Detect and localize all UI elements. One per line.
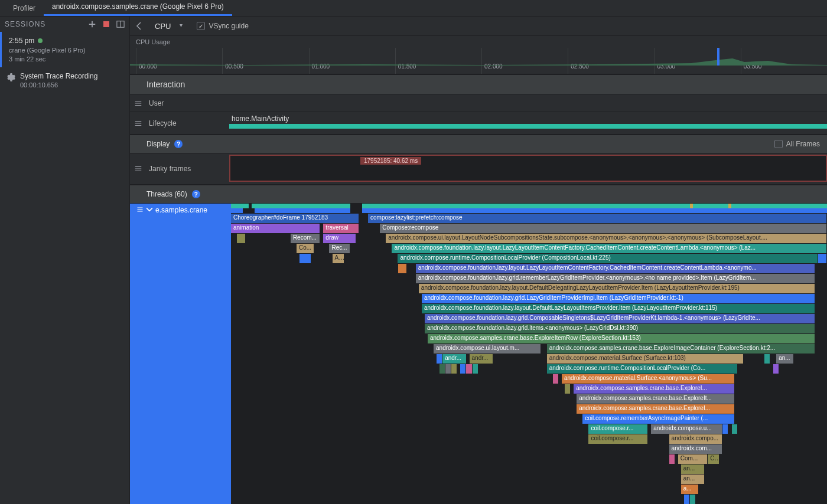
flame-frame[interactable] — [722, 424, 728, 434]
flame-frame[interactable] — [553, 374, 559, 384]
flame-frame[interactable]: Choreographer#doFrame 17952183 — [231, 214, 359, 223]
flame-frame[interactable]: a... — [681, 485, 699, 494]
flame-frame[interactable]: androidx.com... — [669, 444, 723, 454]
flame-frame[interactable] — [299, 254, 311, 263]
flame-frame[interactable]: coil.compose.r... — [588, 434, 648, 444]
thread-row-header[interactable]: e.samples.crane — [132, 204, 231, 504]
thread-activity-strip[interactable] — [231, 204, 827, 208]
flame-frame[interactable] — [669, 454, 675, 464]
section-threads[interactable]: Threads (60) ? — [130, 185, 827, 204]
trace-recording[interactable]: System Trace Recording 00:00:10.656 — [0, 67, 129, 93]
row-janky[interactable]: Janky frames 17952185: 40.62 ms — [130, 153, 827, 185]
flame-frame[interactable] — [473, 364, 478, 374]
toolbar: CPU ✓ VSync guide — [130, 17, 827, 36]
flame-frame[interactable]: Recom... — [291, 234, 320, 243]
flame-frame[interactable]: coil.compose.rememberAsyncImagePainter (… — [582, 414, 734, 424]
flame-frame[interactable] — [764, 354, 770, 364]
flame-frame[interactable]: androidx.compose.samples.crane.base.Expl… — [428, 334, 815, 343]
cpu-usage-track[interactable]: CPU Usage 00.000 00.500 01.000 01.500 02… — [130, 36, 827, 74]
flame-frame[interactable] — [684, 495, 690, 504]
add-session-icon[interactable] — [88, 20, 96, 28]
flame-frame[interactable] — [565, 384, 571, 394]
flame-frame[interactable]: androidx.compose.u... — [651, 424, 722, 434]
hamburger-icon[interactable] — [130, 165, 146, 173]
flame-frame[interactable] — [237, 234, 246, 243]
flame-frame[interactable]: androidx.compose.foundation.lazy.grid.Co… — [425, 314, 815, 323]
tab-bar: Profiler androidx.compose.samples.crane … — [0, 0, 827, 17]
hamburger-icon[interactable] — [130, 99, 146, 107]
timeline-cursor[interactable] — [717, 48, 719, 66]
flame-frame[interactable]: androidx.compose.ui.layout.m... — [434, 344, 541, 354]
flame-frame[interactable]: androidx.compose.foundation.lazy.layout.… — [419, 284, 815, 293]
stop-record-icon[interactable] — [102, 20, 110, 28]
flame-frame[interactable]: A... — [333, 254, 344, 263]
flame-frame[interactable]: androidx.compose.ui.layout.LayoutNodeSub… — [386, 234, 827, 243]
flame-frame[interactable]: animation — [231, 224, 320, 233]
session-device: crane (Google Pixel 6 Pro) — [9, 47, 122, 54]
flame-frame[interactable]: androidx.compose.foundation.lazy.layout.… — [416, 264, 815, 273]
vsync-checkbox[interactable]: ✓ VSync guide — [197, 22, 248, 30]
janky-frame-tag[interactable]: 17952185: 40.62 ms — [360, 157, 421, 165]
section-display[interactable]: Display ? All Frames — [130, 135, 827, 153]
panel-toggle-icon[interactable] — [116, 20, 125, 28]
flame-frame[interactable]: C... — [708, 454, 719, 464]
session-current[interactable]: 2:55 pm crane (Google Pixel 6 Pro) 3 min… — [0, 32, 129, 67]
flame-frame[interactable]: androidx.compose.foundation.lazy.grid.re… — [416, 274, 815, 283]
flame-frame[interactable]: androidx.compose.foundation.lazy.layout.… — [422, 304, 815, 313]
flame-frame[interactable] — [466, 364, 472, 374]
flame-frame[interactable]: androidx.compose.material.Surface.<anony… — [562, 374, 735, 384]
flame-frame[interactable] — [690, 495, 696, 504]
help-icon[interactable]: ? — [174, 140, 183, 148]
lifecycle-strip[interactable] — [229, 124, 827, 129]
flame-frame[interactable] — [460, 364, 466, 374]
flame-frame[interactable]: andr... — [470, 354, 493, 364]
flame-frame[interactable] — [773, 364, 779, 374]
flame-frame[interactable]: coil.compose.r... — [588, 424, 648, 434]
flame-frame[interactable]: androidx.compose.foundation.lazy.grid.La… — [422, 294, 815, 303]
back-icon[interactable] — [135, 21, 144, 31]
flame-frame[interactable]: androidx.compose.samples.crane.base.Expl… — [547, 344, 815, 354]
flame-frame[interactable]: Rec... — [329, 244, 350, 253]
flame-chart[interactable]: Choreographer#doFrame 17952183 compose:l… — [231, 204, 827, 504]
flame-frame[interactable]: Compose:recompose — [380, 224, 827, 233]
trace-duration: 00:00:10.656 — [20, 81, 97, 89]
flame-frame[interactable]: androidx.compose.samples.crane.base.Expl… — [574, 384, 734, 394]
help-icon[interactable]: ? — [192, 190, 200, 198]
flame-frame[interactable]: androidx.compose.runtime.CompositionLoca… — [398, 254, 818, 263]
flame-frame[interactable]: androidx.compose.samples.crane.base.Expl… — [577, 394, 734, 404]
thread-schedule-strip[interactable] — [231, 208, 827, 213]
janky-frames-viz[interactable]: 17952185: 40.62 ms — [229, 155, 827, 182]
tab-app[interactable]: androidx.compose.samples.crane (Google P… — [44, 0, 232, 16]
cpu-timeline[interactable]: 00.000 00.500 01.000 01.500 02.000 02.50… — [130, 48, 827, 74]
flame-frame[interactable] — [439, 364, 445, 374]
hamburger-icon[interactable] — [130, 119, 146, 127]
flame-frame[interactable]: andr... — [442, 354, 466, 364]
flame-frame[interactable]: an... — [681, 464, 705, 474]
flame-frame[interactable] — [732, 424, 738, 434]
all-frames-checkbox[interactable]: All Frames — [774, 140, 820, 148]
row-user[interactable]: User — [130, 94, 827, 112]
section-interaction[interactable]: Interaction — [130, 74, 827, 94]
flame-frame[interactable]: draw — [323, 234, 356, 243]
flame-frame[interactable] — [437, 354, 442, 364]
tab-profiler[interactable]: Profiler — [5, 1, 44, 16]
profiler-mode-select[interactable]: CPU — [150, 21, 186, 32]
flame-frame[interactable] — [818, 254, 827, 263]
flame-frame[interactable]: Com... — [678, 454, 708, 464]
flame-frame[interactable]: traversal — [323, 224, 359, 233]
flame-frame[interactable]: an... — [776, 354, 794, 364]
flame-frame[interactable] — [451, 364, 457, 374]
flame-frame[interactable]: androidx.compose.material.Surface (Surfa… — [547, 354, 744, 364]
flame-frame[interactable]: an... — [681, 474, 705, 484]
flame-frame[interactable]: androidx.compo... — [669, 434, 723, 444]
flame-frame[interactable] — [445, 364, 451, 374]
flame-frame[interactable]: androidx.compose.samples.crane.base.Expl… — [577, 404, 734, 414]
flame-frame[interactable]: androidx.compose.foundation.lazy.grid.it… — [425, 324, 815, 333]
flame-frame[interactable]: compose:lazylist:prefetch:compose — [368, 214, 827, 223]
flame-frame[interactable]: androidx.compose.runtime.CompositionLoca… — [547, 364, 738, 374]
flame-frame[interactable]: Co... — [297, 244, 314, 253]
flame-frame[interactable] — [398, 264, 407, 273]
row-lifecycle-label: Lifecycle — [146, 116, 229, 131]
row-lifecycle[interactable]: Lifecycle home.MainActivity — [130, 112, 827, 135]
flame-frame[interactable]: androidx.compose.foundation.lazy.layout.… — [392, 244, 827, 253]
